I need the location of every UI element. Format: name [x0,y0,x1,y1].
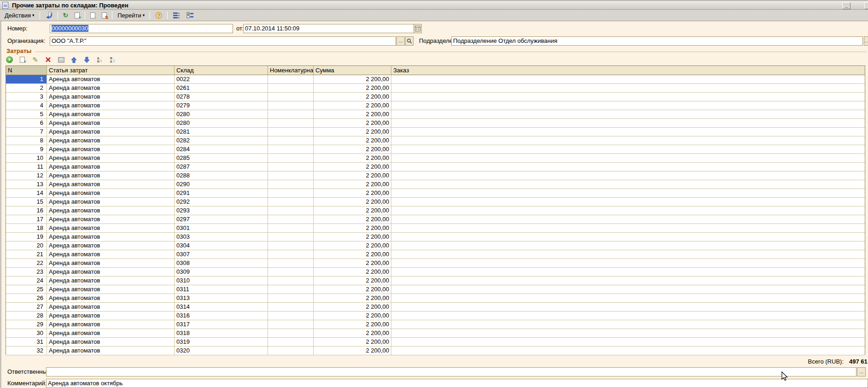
cell-amount[interactable]: 2 200,00 [314,93,391,101]
column-header-warehouse[interactable]: Склад [175,66,268,75]
cell-expense-item[interactable]: Аренда автоматов [47,206,175,215]
cell-warehouse[interactable]: 0290 [175,180,268,188]
cell-row-number[interactable]: 31 [6,338,47,346]
cell-expense-item[interactable]: Аренда автоматов [47,84,175,92]
cell-nomenclature[interactable] [268,250,314,259]
table-row[interactable]: 31 Аренда автоматов 0319 2 200,00 [6,338,865,347]
cell-amount[interactable]: 2 200,00 [314,154,391,162]
cell-warehouse[interactable]: 0282 [175,136,268,145]
cell-row-number[interactable]: 22 [6,259,47,267]
cell-warehouse[interactable]: 0314 [175,303,268,311]
cell-nomenclature[interactable] [268,215,314,223]
cell-nomenclature[interactable] [268,285,314,294]
cell-order[interactable] [391,84,865,92]
cell-expense-item[interactable]: Аренда автоматов [47,268,175,276]
cell-amount[interactable]: 2 200,00 [314,163,391,171]
end-edit-button[interactable] [56,55,66,64]
table-row[interactable]: 20 Аренда автоматов 0304 2 200,00 [6,241,865,250]
cell-row-number[interactable]: 28 [6,312,47,320]
cell-expense-item[interactable]: Аренда автоматов [47,145,175,153]
cell-amount[interactable]: 2 200,00 [314,171,391,180]
table-row[interactable]: 12 Аренда автоматов 0288 2 200,00 [6,171,865,180]
cell-warehouse[interactable]: 0308 [175,259,268,267]
cell-amount[interactable]: 2 200,00 [314,241,391,250]
cell-expense-item[interactable]: Аренда автоматов [47,276,175,285]
move-up-button[interactable] [69,55,79,64]
cell-row-number[interactable]: 1 [6,75,47,83]
cell-order[interactable] [391,259,865,267]
cell-order[interactable] [391,250,865,259]
cell-nomenclature[interactable] [268,163,314,171]
cell-warehouse[interactable]: 0309 [175,268,268,276]
cell-expense-item[interactable]: Аренда автоматов [47,294,175,302]
cell-nomenclature[interactable] [268,259,314,267]
cell-row-number[interactable]: 8 [6,136,47,145]
cell-order[interactable] [391,110,865,118]
cell-row-number[interactable]: 19 [6,233,47,241]
cell-warehouse[interactable]: 0313 [175,294,268,302]
cell-order[interactable] [391,128,865,136]
cell-expense-item[interactable]: Аренда автоматов [47,233,175,241]
cell-order[interactable] [391,312,865,320]
cell-warehouse[interactable]: 0288 [175,171,268,180]
actions-menu-button[interactable]: Действия ▾ [2,11,37,20]
cell-warehouse[interactable]: 0297 [175,215,268,223]
table-row[interactable]: 5 Аренда автоматов 0280 2 200,00 [6,110,865,119]
cell-nomenclature[interactable] [268,154,314,162]
table-row[interactable]: 28 Аренда автоматов 0316 2 200,00 [6,312,865,320]
cell-amount[interactable]: 2 200,00 [314,180,391,188]
cell-warehouse[interactable]: 0301 [175,224,268,232]
table-row[interactable]: 6 Аренда автоматов 0280 2 200,00 [6,119,865,128]
cell-nomenclature[interactable] [268,206,314,215]
cell-amount[interactable]: 2 200,00 [314,268,391,276]
cell-amount[interactable]: 2 200,00 [314,303,391,311]
record-journal-button[interactable]: ↓ [87,11,98,20]
table-row[interactable]: 24 Аренда автоматов 0310 2 200,00 [6,276,865,285]
copy-row-button[interactable]: + [17,55,27,64]
cell-expense-item[interactable]: Аренда автоматов [47,329,175,337]
cell-warehouse[interactable]: 0261 [175,84,268,92]
cell-order[interactable] [391,189,865,197]
cell-row-number[interactable]: 14 [6,189,47,197]
cell-amount[interactable]: 2 200,00 [314,338,391,346]
cell-expense-item[interactable]: Аренда автоматов [47,250,175,259]
table-row[interactable]: 1 Аренда автоматов 0022 2 200,00 [6,75,865,84]
cell-warehouse[interactable]: 0280 [175,119,268,127]
copy-document-button[interactable]: + [72,11,82,20]
refresh-button[interactable]: ↻ [60,11,71,20]
cell-expense-item[interactable]: Аренда автоматов [47,338,175,346]
cell-order[interactable] [391,338,865,346]
cell-amount[interactable]: 2 200,00 [314,320,391,329]
cell-expense-item[interactable]: Аренда автоматов [47,171,175,180]
window-titlebar[interactable]: Прочие затраты по складам: Проведен _ [0,0,868,10]
cell-warehouse[interactable]: 0318 [175,329,268,337]
table-settings-button[interactable] [170,11,183,20]
cell-expense-item[interactable]: Аренда автоматов [47,259,175,267]
cell-warehouse[interactable]: 0284 [175,145,268,153]
cell-expense-item[interactable]: Аренда автоматов [47,93,175,101]
cell-row-number[interactable]: 23 [6,268,47,276]
cell-order[interactable] [391,303,865,311]
cell-order[interactable] [391,136,865,145]
cell-order[interactable] [391,320,865,329]
comment-input[interactable]: Аренда автоматов октябрь [46,379,868,388]
cell-row-number[interactable]: 11 [6,163,47,171]
cell-row-number[interactable]: 2 [6,84,47,92]
cell-expense-item[interactable]: Аренда автоматов [47,110,175,118]
cell-amount[interactable]: 2 200,00 [314,101,391,110]
cell-row-number[interactable]: 3 [6,93,47,101]
table-row[interactable]: 19 Аренда автоматов 0303 2 200,00 [6,233,865,241]
table-row[interactable]: 18 Аренда автоматов 0301 2 200,00 [6,224,865,233]
number-input[interactable]: 00000000030 [50,24,233,33]
cell-amount[interactable]: 2 200,00 [314,224,391,232]
cell-warehouse[interactable]: 0291 [175,189,268,197]
cell-row-number[interactable]: 4 [6,101,47,110]
table-row[interactable]: 4 Аренда автоматов 0279 2 200,00 [6,101,865,110]
cell-expense-item[interactable]: Аренда автоматов [47,136,175,145]
table-row[interactable]: 23 Аренда автоматов 0309 2 200,00 [6,268,865,276]
cell-warehouse[interactable]: 0292 [175,198,268,206]
cell-nomenclature[interactable] [268,145,314,153]
cell-order[interactable] [391,180,865,188]
cell-order[interactable] [391,93,865,101]
cell-nomenclature[interactable] [268,233,314,241]
